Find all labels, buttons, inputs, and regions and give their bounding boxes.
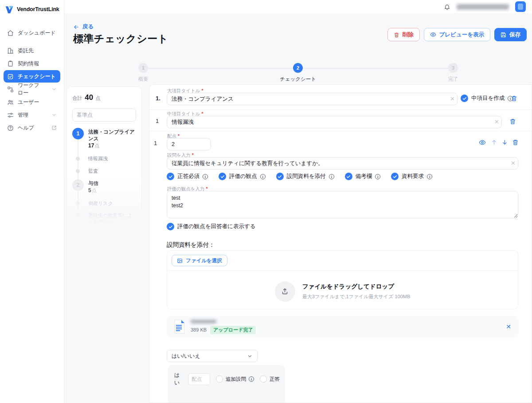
sidebar-item-checksheet[interactable]: チェックシート	[4, 70, 60, 83]
delete-button[interactable]: 削除	[387, 28, 420, 41]
step-label: 概要	[117, 76, 170, 83]
step-dot: 3	[448, 63, 458, 73]
save-button[interactable]: 保存	[494, 28, 527, 41]
clipboard-icon	[7, 60, 14, 67]
sidebar-item-admin[interactable]: 管理	[4, 109, 60, 121]
correct-answer-checkbox[interactable]: 正答	[260, 375, 280, 383]
sidebar-item-label: 契約情報	[18, 60, 39, 67]
sidebar-item-dashboard[interactable]: ダッシュボード	[4, 27, 60, 39]
step-dot: 1	[138, 63, 148, 73]
mid-title-input[interactable]	[167, 116, 502, 128]
checkbox-checked-icon	[391, 173, 399, 180]
chevron-down-icon	[247, 353, 253, 359]
question-eye-icon[interactable]	[479, 139, 486, 146]
remove-file-icon[interactable]: ✕	[506, 323, 511, 330]
answer-type-select[interactable]: はい/いいえ	[167, 350, 258, 362]
points-input[interactable]	[167, 138, 211, 150]
timeline-section-1[interactable]: 1 法務・コンプライアンス 17点	[88, 129, 136, 149]
timeline-sub-item[interactable]: 監査	[88, 168, 136, 174]
delete-question-trash-icon[interactable]	[512, 139, 519, 146]
step-checksheet[interactable]: 2 チェックシート	[271, 63, 325, 83]
timeline-section-2[interactable]: 2 与信 5点	[88, 180, 136, 194]
image-file-icon	[177, 258, 183, 264]
checkbox-checked-icon	[461, 95, 468, 102]
info-icon: i	[427, 174, 432, 179]
info-icon: i	[329, 174, 334, 179]
section-timeline: 1 法務・コンプライアンス 17点 情報漏洩 監査 2 与信 5点 倒産リスク …	[72, 129, 136, 235]
option-remarks-checkbox[interactable]: 備考欄i	[345, 173, 381, 180]
sidebar-item-contractors[interactable]: 委託先	[4, 44, 60, 57]
clear-icon[interactable]: ✕	[511, 160, 516, 166]
notifications-bell-icon[interactable]	[444, 4, 450, 10]
sidebar-item-workflow[interactable]: ワークフロー	[4, 83, 60, 95]
answer-row-yes: はい 追加設問 i 正答	[168, 365, 285, 391]
info-icon: i	[203, 174, 208, 179]
timeline-sub-item[interactable]: 倒産リスク	[88, 200, 136, 207]
timeline-section-3-faded[interactable]: 3	[88, 231, 136, 235]
sidebar-item-contracts[interactable]: 契約情報	[4, 57, 60, 70]
attach-section-title: 設問資料を添付：	[167, 241, 215, 249]
user-name-redacted	[457, 4, 509, 10]
dropzone[interactable]: ファイルをドラッグしてドロップ 最大3ファイルまで,1ファイル最大サイズ 100…	[167, 274, 518, 309]
uploaded-file-row: 389 KB アップロード完了 ✕	[167, 316, 518, 338]
total-points: 合計 40 点	[72, 93, 136, 102]
major-title-input[interactable]	[167, 93, 458, 105]
sidebar-item-label: 管理	[18, 111, 28, 119]
eye-icon	[430, 32, 436, 38]
timeline-sub-item[interactable]: 情報漏洩	[88, 155, 136, 162]
extra-question-checkbox[interactable]: 追加設問 i	[216, 375, 254, 383]
delete-mid-trash-icon[interactable]	[509, 118, 516, 125]
answers-block: はい 追加設問 i 正答 いいえ 追加設問 i	[168, 365, 285, 403]
chevron-down-icon	[51, 87, 57, 92]
info-icon: i	[249, 376, 254, 382]
avatar[interactable]	[515, 1, 526, 12]
clear-icon[interactable]: ✕	[450, 95, 455, 102]
back-link[interactable]: 戻る	[73, 23, 94, 31]
upload-status-badge: アップロード完了	[210, 326, 256, 334]
option-docs-request-checkbox[interactable]: 資料要求i	[391, 173, 432, 180]
sidebar-item-users[interactable]: ユーザー	[4, 96, 60, 108]
clear-icon[interactable]: ✕	[494, 119, 499, 125]
document-icon	[174, 320, 185, 334]
option-required-checkbox[interactable]: 正答必須i	[167, 173, 208, 180]
preview-button[interactable]: プレビューを表示	[424, 28, 490, 41]
question-input[interactable]	[167, 157, 518, 170]
upload-card: ファイルを選択 ファイルをドラッグしてドロップ 最大3ファイルまで,1ファイル最…	[167, 250, 518, 309]
move-up-icon[interactable]	[491, 139, 497, 146]
info-icon: i	[260, 174, 266, 179]
content: 戻る 標準チェックシート 削除 プレビューを表示 保存 1 概要 2 チェックシ…	[64, 13, 532, 403]
question-options: 正答必須i 評価の観点i 設問資料を添付i 備考欄i 資料要求i	[167, 173, 432, 180]
move-down-icon[interactable]	[501, 139, 508, 146]
answer-points-input[interactable]	[188, 373, 210, 385]
answer-row-no: いいえ 追加設問 i 正答	[168, 396, 285, 403]
step-complete[interactable]: 3 完了	[426, 63, 480, 83]
radio-unchecked-icon	[260, 375, 267, 383]
sidebar: VendorTrustLink ダッシュボード 委託先 契約情報 チェックシート…	[0, 0, 64, 403]
file-select-button[interactable]: ファイルを選択	[172, 255, 227, 266]
brand-name: VendorTrustLink	[17, 6, 59, 12]
upload-icon	[275, 281, 295, 302]
sidebar-item-label: ダッシュボード	[18, 29, 56, 37]
sidebar-item-label: ヘルプ	[18, 124, 34, 132]
delete-major-trash-icon[interactable]	[511, 95, 517, 102]
back-label: 戻る	[82, 23, 94, 31]
question-index: 1	[154, 140, 157, 146]
check-square-icon	[7, 73, 14, 80]
step-label: チェックシート	[271, 76, 325, 83]
show-eval-checkbox[interactable]: 評価の観点を回答者に表示する	[167, 223, 255, 230]
step-overview[interactable]: 1 概要	[117, 63, 170, 83]
sliders-icon	[7, 112, 14, 119]
option-eval-checkbox[interactable]: 評価の観点i	[219, 173, 266, 180]
page-title: 標準チェックシート	[73, 32, 168, 46]
create-mid-checkbox[interactable]: 中項目を作成 i	[461, 95, 513, 102]
checkbox-checked-icon	[167, 173, 174, 180]
checkbox-checked-icon	[219, 173, 226, 180]
eval-textarea[interactable]	[167, 191, 518, 218]
timeline-sub-item[interactable]: 委託先の被災等による事業停止	[88, 212, 136, 225]
sidebar-item-label: ワークフロー	[18, 82, 43, 97]
chevron-down-icon	[51, 112, 57, 118]
option-attach-checkbox[interactable]: 設問資料を添付i	[276, 173, 334, 180]
sidebar-item-help[interactable]: ヘルプ	[4, 122, 60, 134]
trash-icon	[394, 32, 399, 38]
base-points-input[interactable]	[72, 108, 136, 122]
